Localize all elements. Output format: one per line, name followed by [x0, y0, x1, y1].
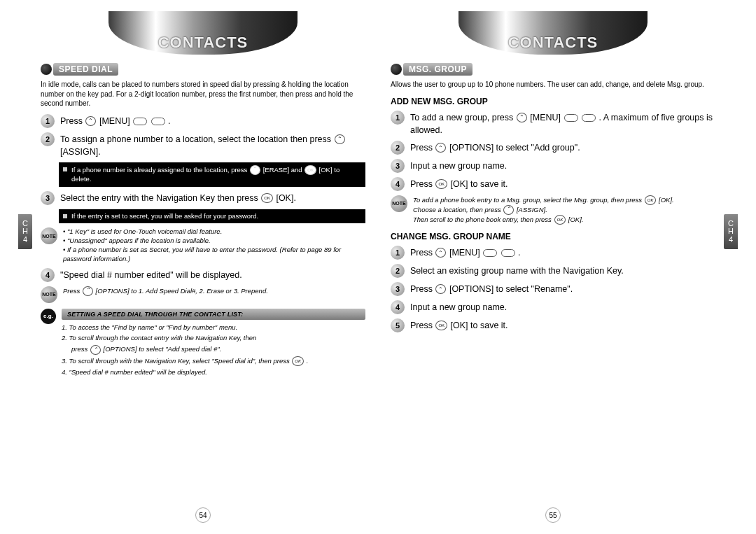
softkey-icon: ⌃ [503, 205, 514, 215]
ok-key-icon: OK [435, 321, 447, 330]
section-label: MSG. GROUP [403, 63, 472, 76]
note-body: Press ⌃ [OPTIONS] to 1. Add Speed Dial#,… [63, 286, 268, 296]
header-title-right: CONTACTS [444, 34, 662, 52]
ok-key-icon: OK [292, 356, 304, 366]
header-title-left: CONTACTS [94, 34, 312, 52]
step-2: 2 Press ⌃ [OPTIONS] to select "Add group… [391, 141, 715, 155]
content-right: MSG. GROUP Allows the user to group up t… [385, 63, 721, 358]
key-icon [133, 118, 147, 125]
softkey-icon: ⌃ [335, 134, 345, 144]
bullet-icon [63, 167, 67, 171]
step-number-icon: 1 [391, 111, 405, 125]
step-number-icon: 3 [391, 282, 405, 296]
step-1: 1 Press ⌃ [MENU] . [391, 246, 715, 260]
step-text: Press OK [OK] to save it. [410, 177, 508, 190]
side-tab-left: C H 4 [18, 214, 32, 249]
step-number-icon: 1 [41, 114, 55, 128]
step-number-icon: 1 [391, 246, 405, 260]
intro-text: In idle mode, calls can be placed to num… [41, 80, 365, 108]
step-text: Press ⌃ [OPTIONS] to select "Rename". [410, 282, 573, 295]
warning-box: If the entry is set to secret, you will … [59, 209, 365, 224]
note-line: Then scroll to the phone book entry, the… [413, 215, 674, 225]
step-text: Press OK [OK] to save it. [410, 318, 508, 332]
bullet-icon [63, 214, 67, 218]
eg-badge-icon: e.g. [41, 309, 56, 324]
ok-key-icon: OK [435, 179, 447, 189]
page-number: 54 [195, 507, 211, 523]
softkey-icon: ⌃ [250, 165, 260, 175]
note-item: If a phone number is set as Secret, you … [63, 246, 365, 264]
section-dot-icon [41, 64, 52, 75]
step-5: 5 Press OK [OK] to save it. [391, 318, 715, 332]
example-item: 4. "Speed dial # number edited" will be … [62, 367, 365, 377]
note-box: NOTE "1 Key" is used for One-Touch voice… [41, 227, 365, 263]
section-speed-dial: SPEED DIAL [41, 63, 365, 76]
page-number: 55 [545, 507, 561, 523]
note-line: Choose a location, then press ⌃ [ASSIGN]… [413, 205, 674, 215]
example-list: 1. To access the "Find by name" or "Find… [62, 323, 365, 377]
page-header-right: CONTACTS [444, 11, 662, 55]
content-left: SPEED DIAL In idle mode, calls can be pl… [35, 63, 371, 405]
note-box: NOTE Press ⌃ [OPTIONS] to 1. Add Speed D… [41, 286, 365, 303]
step-text: Select an existing group name with the N… [410, 264, 624, 277]
subheading-change: CHANGE MSG. GROUP NAME [391, 232, 715, 241]
step-text: Press ⌃ [OPTIONS] to select "Add group". [410, 141, 580, 154]
step-3: 3 Input a new group name. [391, 159, 715, 173]
key-icon [501, 249, 515, 257]
step-number-icon: 2 [391, 141, 405, 155]
step-number-icon: 3 [41, 191, 55, 205]
step-number-icon: 4 [41, 268, 55, 282]
page-left: C H 4 CONTACTS SPEED DIAL In idle mode, … [28, 11, 378, 527]
step-2: 2 To assign a phone number to a location… [41, 132, 365, 158]
note-item: "Unassigned" appears if the location is … [63, 237, 365, 246]
step-text: To add a new group, press ⌃ [MENU] . A m… [410, 111, 715, 136]
note-body: To add a phone book entry to a Msg. grou… [413, 195, 674, 225]
example-item: 1. To access the "Find by name" or "Find… [62, 323, 365, 332]
note-item: "1 Key" is used for One-Touch voicemail … [63, 227, 365, 237]
step-text: Input a new group name. [410, 300, 507, 314]
step-text: Select the entry with the Navigation Key… [60, 191, 296, 204]
step-4: 4 Input a new group name. [391, 300, 715, 314]
step-4: 4 Press OK [OK] to save it. [391, 177, 715, 191]
softkey-icon: ⌃ [435, 143, 446, 153]
step-text: "Speed dial # number edited" will be dis… [60, 268, 242, 281]
page-right: C H 4 CONTACTS MSG. GROUP Allows the use… [378, 11, 728, 527]
key-icon [151, 118, 165, 125]
step-1: 1 Press ⌃ [MENU] . [41, 114, 365, 128]
step-number-icon: 2 [41, 132, 55, 146]
note-badge-icon: NOTE [41, 286, 57, 303]
key-icon [582, 114, 596, 122]
warning-box: If a phone number is already assigned to… [59, 162, 365, 187]
softkey-icon: ⌃ [435, 284, 446, 294]
softkey-icon: ⌃ [435, 248, 446, 258]
note-body: "1 Key" is used for One-Touch voicemail … [63, 227, 365, 263]
step-number-icon: 3 [391, 159, 405, 173]
page-header-left: CONTACTS [94, 11, 312, 55]
step-2: 2 Select an existing group name with the… [391, 264, 715, 278]
example-title: SETTING A SPEED DIAL THROUGH THE CONTACT… [62, 309, 365, 320]
step-text: Press ⌃ [MENU] . [410, 246, 521, 259]
side-tab-char: 4 [729, 236, 733, 244]
step-text: To assign a phone number to a location, … [60, 132, 365, 158]
note-badge-icon: NOTE [391, 195, 407, 212]
section-msg-group: MSG. GROUP [391, 63, 715, 76]
softkey-icon: ⌃ [90, 345, 101, 355]
softkey-icon: ⌃ [85, 116, 96, 126]
side-tab-char: 4 [23, 236, 27, 244]
step-number-icon: 4 [391, 177, 405, 191]
note-line: To add a phone book entry to a Msg. grou… [413, 195, 674, 205]
example-item: 3. To scroll through with the Navigation… [62, 356, 365, 366]
subheading-add: ADD NEW MSG. GROUP [391, 97, 715, 106]
step-text: Input a new group name. [410, 159, 507, 172]
ok-key-icon: OK [261, 193, 273, 203]
intro-text: Allows the user to group up to 10 phone … [391, 80, 715, 90]
side-tab-right: C H 4 [724, 214, 738, 249]
step-3: 3 Select the entry with the Navigation K… [41, 191, 365, 205]
ok-key-icon: OK [645, 195, 657, 205]
step-4: 4 "Speed dial # number edited" will be d… [41, 268, 365, 282]
key-icon [564, 114, 578, 122]
example-box: e.g. SETTING A SPEED DIAL THROUGH THE CO… [41, 309, 365, 379]
step-number-icon: 5 [391, 318, 405, 332]
step-number-icon: 4 [391, 300, 405, 314]
step-text: Press ⌃ [MENU] . [60, 114, 171, 127]
